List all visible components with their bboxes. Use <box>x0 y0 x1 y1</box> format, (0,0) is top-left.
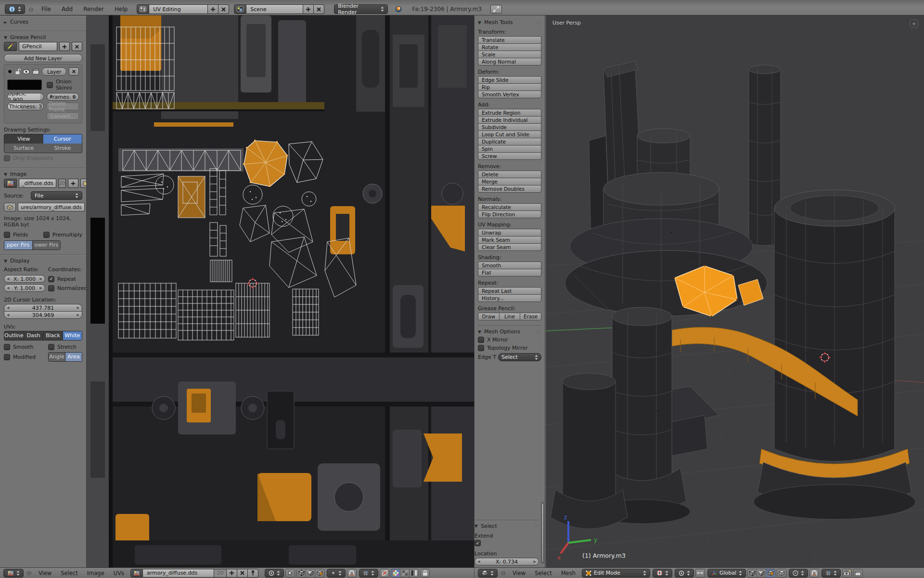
image-open-button[interactable] <box>80 179 87 188</box>
menu-image[interactable]: Image <box>83 570 108 577</box>
tool-recalculate[interactable]: Recalculate <box>478 203 541 211</box>
premultiply-checkbox[interactable] <box>43 232 50 238</box>
image-unlink-button[interactable] <box>237 569 248 578</box>
stroke-color-swatch[interactable] <box>7 79 42 90</box>
menu-add[interactable]: Add <box>57 6 77 13</box>
browse-layouts-button[interactable] <box>137 4 149 14</box>
thickness-slider[interactable]: Thickness: 3 <box>7 103 44 110</box>
layer-name-button[interactable]: Layer <box>42 67 66 76</box>
convert-button[interactable]: Convert... <box>47 112 79 120</box>
tool-repeat-last[interactable]: Repeat Last <box>478 287 541 295</box>
image-path-field[interactable]: ures/armory_diffuse.dds <box>18 203 85 211</box>
tool-shade-flat[interactable]: Flat <box>478 269 541 276</box>
edge-select-mode-button[interactable] <box>306 569 315 578</box>
only-endpoints-checkbox[interactable] <box>4 155 10 161</box>
tool-history[interactable]: History... <box>478 294 541 302</box>
gpencil-name-field[interactable]: GPencil <box>19 42 57 51</box>
edge-select-mode-button[interactable] <box>757 569 766 578</box>
update-lock-toggle[interactable] <box>420 569 430 578</box>
occlude-geometry-toggle[interactable] <box>777 569 786 578</box>
collapse-menus-icon[interactable]: ⊖ <box>26 569 32 577</box>
image-source-package-icon[interactable] <box>4 203 16 211</box>
opengl-render-button[interactable] <box>842 569 852 578</box>
snap-toggle[interactable] <box>809 569 819 578</box>
tool-along-normal[interactable]: Along Normal <box>478 58 541 66</box>
menu-select[interactable]: Select <box>57 570 81 577</box>
tool-smooth-vertex[interactable]: Smooth Vertex <box>478 91 541 98</box>
snap-toggle[interactable] <box>347 569 357 578</box>
image-browse-button[interactable] <box>130 569 143 578</box>
tool-mark-seam[interactable]: Mark Seam <box>478 236 541 244</box>
proportional-edit-select[interactable] <box>789 569 808 578</box>
menu-view[interactable]: View <box>509 570 529 577</box>
viewport-shading-select[interactable] <box>653 569 672 578</box>
image-name-field[interactable]: _diffuse.dds <box>19 179 56 188</box>
vertex-select-mode-button[interactable] <box>296 569 306 578</box>
area-option[interactable]: Area <box>65 353 82 361</box>
lock-open-icon[interactable] <box>15 68 21 75</box>
eye-icon[interactable] <box>23 69 30 74</box>
x-mirror-checkbox[interactable] <box>478 337 484 343</box>
aspect-x-field[interactable]: ◀X: 1.000▶ <box>4 275 45 283</box>
scene-name-field[interactable]: Scene <box>246 4 303 14</box>
menu-select[interactable]: Select <box>531 570 555 577</box>
collapse-menus-icon[interactable]: ⊖ <box>500 569 506 577</box>
tool-clear-seam[interactable]: Clear Seam <box>478 243 541 251</box>
stretch-checkbox[interactable] <box>48 344 54 350</box>
mode-stroke[interactable]: Stroke <box>43 144 82 153</box>
opacity-slider[interactable]: Opacit: 0.900 <box>7 93 44 101</box>
cursor-y-field[interactable]: ◀304.969▶ <box>4 311 82 319</box>
editor-type-select[interactable] <box>3 569 24 578</box>
face-select-mode-button[interactable] <box>766 569 775 578</box>
repeat-checkbox[interactable]: ✓ <box>48 276 54 282</box>
add-layout-button[interactable] <box>208 4 218 14</box>
uv-draw-other-objects-toggle[interactable] <box>380 569 389 578</box>
interaction-mode-select[interactable]: Edit Mode <box>582 569 650 578</box>
tool-subdivide[interactable]: Subdivide <box>478 123 541 131</box>
transform-orientation-select[interactable]: Global <box>707 569 746 578</box>
tool-extrude-region[interactable]: Extrude Region <box>478 109 541 117</box>
face-select-mode-button[interactable] <box>315 569 324 578</box>
mode-surface[interactable]: Surface <box>4 144 43 153</box>
color-alpha-channel-button[interactable] <box>400 569 410 578</box>
layer-delete-button[interactable] <box>69 67 79 76</box>
uv-editor-canvas[interactable] <box>87 15 474 567</box>
image-source-select[interactable]: File <box>31 191 82 200</box>
angle-option[interactable]: Angle <box>49 353 65 361</box>
tool-rip[interactable]: Rip <box>478 83 541 91</box>
add-new-layer-button[interactable]: Add New Layer <box>4 54 82 62</box>
onion-skinning-checkbox[interactable] <box>47 82 53 88</box>
image-pin-button[interactable] <box>248 569 258 578</box>
delete-frame-button[interactable]: Delete Frame <box>47 103 79 110</box>
sticky-select-mode[interactable] <box>327 569 346 578</box>
lower-first-option[interactable]: ower Firs <box>32 241 61 250</box>
smooth-checkbox[interactable] <box>4 344 10 350</box>
image-new-button[interactable] <box>227 569 237 578</box>
layout-name-field[interactable]: UV Editing <box>149 4 208 14</box>
modified-checkbox[interactable] <box>4 354 10 360</box>
viewport-3d[interactable]: z y x (1) Armory.m3 User Persp + <box>546 15 924 567</box>
pivot-point-select[interactable] <box>675 569 694 578</box>
panel-curves[interactable]: ►Curves <box>0 15 86 31</box>
vertex-select-mode-button[interactable] <box>747 569 757 578</box>
tool-screw[interactable]: Screw <box>478 152 541 160</box>
edge-tag-select[interactable]: Select <box>498 353 541 361</box>
tool-unwrap[interactable]: Unwrap <box>478 229 541 236</box>
uv-dash-option[interactable]: Dash <box>24 331 43 340</box>
image-users-count[interactable]: 20 <box>58 179 66 188</box>
menu-render[interactable]: Render <box>79 6 108 13</box>
topology-mirror-checkbox[interactable] <box>478 345 484 351</box>
region-expand-icon[interactable]: + <box>910 19 918 28</box>
gpencil-data-button[interactable] <box>4 42 17 51</box>
location-x-field[interactable]: ◀X: 0.734▶ <box>475 558 539 565</box>
panel-drag-grip-icon[interactable] <box>536 20 541 26</box>
tool-spin[interactable]: Spin <box>478 145 541 153</box>
uv-sync-select-toggle[interactable] <box>285 569 295 578</box>
image-new-button[interactable] <box>68 179 78 188</box>
add-scene-button[interactable] <box>303 4 314 14</box>
menu-help[interactable]: Help <box>110 6 132 13</box>
fullscreen-toggle-button[interactable] <box>490 5 502 13</box>
panel-drag-grip-icon[interactable] <box>536 329 541 335</box>
extend-checkbox[interactable]: ✓ <box>475 540 481 546</box>
gp-draw-button[interactable]: Draw <box>478 313 500 320</box>
